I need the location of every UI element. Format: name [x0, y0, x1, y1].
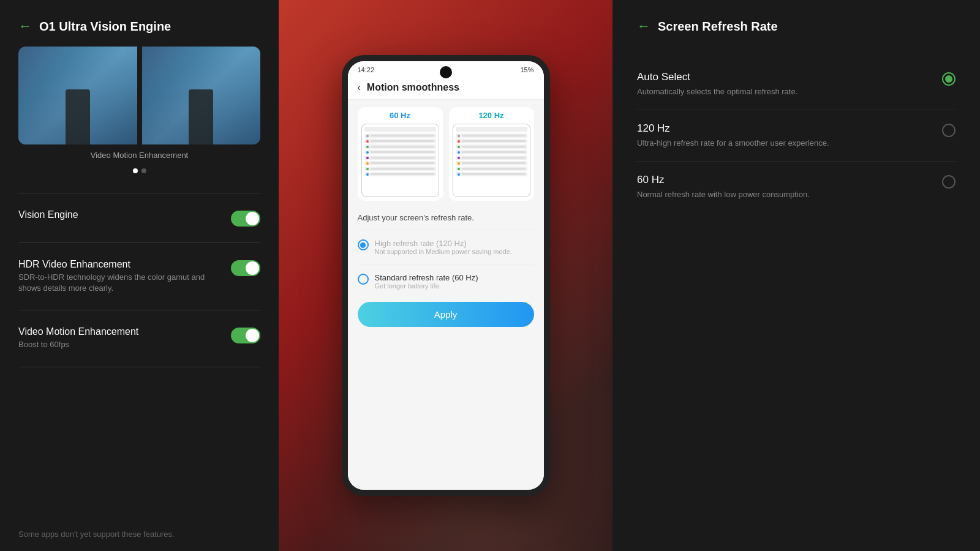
hz-120-label: 120 Hz — [453, 111, 530, 120]
radio-high-selected — [360, 242, 366, 248]
toggle-video-motion[interactable] — [231, 328, 260, 343]
setting-row-hdr: HDR Video Enhancement SDR-to-HDR technol… — [18, 249, 260, 304]
radio-auto-select[interactable] — [942, 72, 956, 86]
option-divider-mid — [358, 264, 534, 264]
left-panel-title: O1 Ultra Vision Engine — [39, 20, 171, 34]
footer-note: Some apps don't yet support these featur… — [18, 523, 260, 539]
right-panel: ← Screen Refresh Rate Auto Select Automa… — [612, 0, 980, 551]
left-panel: ← O1 Ultra Vision Engine Video Motion En… — [0, 0, 279, 551]
toggle-vision-engine[interactable] — [231, 211, 260, 227]
status-battery: 15% — [520, 66, 533, 73]
carousel-dot-1[interactable] — [141, 168, 146, 173]
setting-row-vision-engine: Vision Engine — [18, 200, 260, 236]
refresh-info-60: 60 Hz Normal refresh rate with low power… — [637, 174, 810, 200]
hz-60-mock — [361, 124, 439, 197]
right-header: ← Screen Refresh Rate — [637, 18, 956, 34]
left-header: ← O1 Ultra Vision Engine — [18, 18, 260, 34]
adjust-text: Adjust your screen's refresh rate. — [348, 208, 544, 227]
preview-image-left — [18, 47, 137, 144]
option-high-desc: Not supported in Medium power saving mod… — [375, 248, 512, 255]
option-standard-desc: Get longer battery life. — [375, 282, 478, 290]
setting-info-hdr: HDR Video Enhancement SDR-to-HDR technol… — [18, 259, 221, 294]
setting-title-motion: Video Motion Enhancement — [18, 326, 221, 337]
phone-device: 14:22 15% ‹ Motion smoothness 60 Hz — [342, 55, 550, 496]
option-high-info: High refresh rate (120 Hz) Not supported… — [375, 239, 512, 255]
option-standard-info: Standard refresh rate (60 Hz) Get longer… — [375, 273, 478, 290]
refresh-desc-auto: Automatically selects the optimal refres… — [637, 86, 797, 97]
toggle-hdr[interactable] — [231, 260, 260, 276]
status-time: 14:22 — [358, 66, 375, 73]
carousel-dots — [18, 168, 260, 173]
option-high-refresh[interactable]: High refresh rate (120 Hz) Not supported… — [348, 233, 544, 261]
setting-info-vision: Vision Engine — [18, 209, 221, 222]
radio-high-refresh[interactable] — [358, 239, 369, 250]
setting-info-motion: Video Motion Enhancement Boost to 60fps — [18, 326, 221, 350]
preview-images — [18, 47, 260, 144]
right-panel-title: Screen Refresh Rate — [658, 20, 778, 34]
setting-desc-motion: Boost to 60fps — [18, 339, 221, 350]
middle-panel: 14:22 15% ‹ Motion smoothness 60 Hz — [279, 0, 612, 551]
phone-nav-header: ‹ Motion smoothness — [348, 76, 544, 100]
back-arrow-icon[interactable]: ← — [18, 18, 32, 34]
hz-card-60[interactable]: 60 Hz — [358, 107, 443, 201]
radio-60hz[interactable] — [942, 175, 956, 189]
refresh-option-60hz[interactable]: 60 Hz Normal refresh rate with low power… — [637, 162, 956, 212]
refresh-option-120hz[interactable]: 120 Hz Ultra-high refresh rate for a smo… — [637, 110, 956, 162]
setting-title-hdr: HDR Video Enhancement — [18, 259, 221, 270]
hz-120-mock — [453, 124, 530, 197]
carousel-dot-0[interactable] — [133, 168, 138, 173]
refresh-desc-120: Ultra-high refresh rate for a smoother u… — [637, 138, 829, 149]
phone-wrapper: 14:22 15% ‹ Motion smoothness 60 Hz — [342, 55, 550, 496]
phone-back-icon[interactable]: ‹ — [358, 82, 361, 93]
phone-page-title: Motion smoothness — [367, 82, 459, 93]
option-standard-title: Standard refresh rate (60 Hz) — [375, 273, 478, 282]
hz-card-120[interactable]: 120 Hz — [449, 107, 534, 201]
hz-comparison: 60 Hz — [348, 100, 544, 208]
phone-camera — [440, 66, 452, 78]
hz-60-label: 60 Hz — [361, 111, 439, 120]
refresh-name-60: 60 Hz — [637, 174, 810, 186]
right-back-icon[interactable]: ← — [637, 18, 650, 34]
refresh-option-auto[interactable]: Auto Select Automatically selects the op… — [637, 59, 956, 110]
setting-row-video-motion: Video Motion Enhancement Boost to 60fps — [18, 317, 260, 360]
phone-content: ‹ Motion smoothness 60 Hz — [348, 76, 544, 486]
refresh-info-120: 120 Hz Ultra-high refresh rate for a smo… — [637, 122, 829, 149]
refresh-desc-60: Normal refresh rate with low power consu… — [637, 189, 810, 200]
radio-120hz[interactable] — [942, 124, 956, 137]
divider-4 — [18, 367, 260, 367]
option-divider-top — [358, 230, 534, 230]
refresh-info-auto: Auto Select Automatically selects the op… — [637, 71, 797, 97]
divider-1 — [18, 193, 260, 193]
setting-desc-hdr: SDR-to-HDR technology widens the color g… — [18, 272, 221, 294]
option-standard-refresh[interactable]: Standard refresh rate (60 Hz) Get longer… — [348, 267, 544, 296]
setting-title-vision: Vision Engine — [18, 209, 221, 220]
radio-standard-refresh[interactable] — [358, 274, 369, 285]
preview-image-right — [142, 47, 261, 144]
divider-3 — [18, 310, 260, 310]
preview-label: Video Motion Enhancement — [18, 151, 260, 160]
refresh-name-auto: Auto Select — [637, 71, 797, 83]
refresh-name-120: 120 Hz — [637, 122, 829, 135]
option-high-title: High refresh rate (120 Hz) — [375, 239, 512, 248]
divider-2 — [18, 242, 260, 243]
apply-button[interactable]: Apply — [358, 302, 534, 327]
